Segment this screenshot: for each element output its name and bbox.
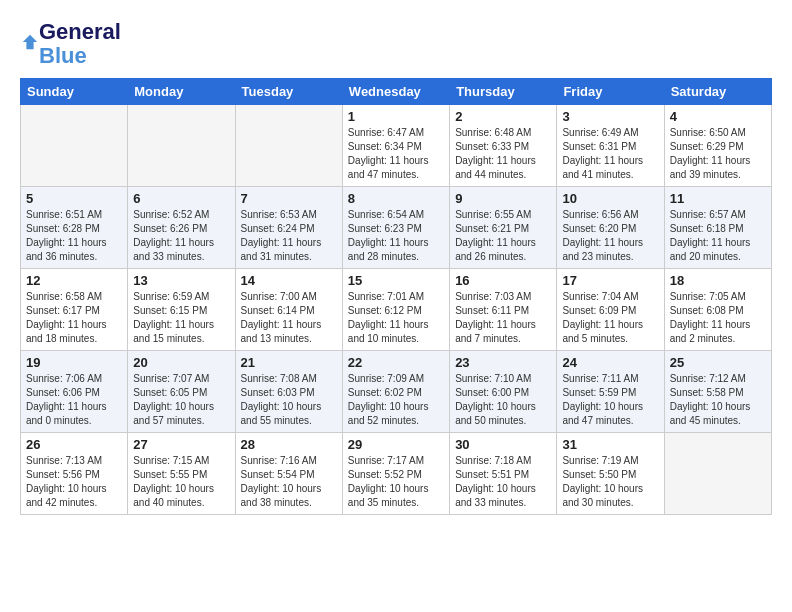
cell-week4-day0: 26Sunrise: 7:13 AMSunset: 5:56 PMDayligh… — [21, 433, 128, 515]
day-number: 1 — [348, 109, 444, 124]
day-number: 21 — [241, 355, 337, 370]
day-info: Sunrise: 7:05 AMSunset: 6:08 PMDaylight:… — [670, 290, 766, 346]
day-info: Sunrise: 6:51 AMSunset: 6:28 PMDaylight:… — [26, 208, 122, 264]
day-number: 28 — [241, 437, 337, 452]
day-number: 6 — [133, 191, 229, 206]
cell-week2-day3: 15Sunrise: 7:01 AMSunset: 6:12 PMDayligh… — [342, 269, 449, 351]
day-number: 14 — [241, 273, 337, 288]
day-number: 23 — [455, 355, 551, 370]
cell-week4-day1: 27Sunrise: 7:15 AMSunset: 5:55 PMDayligh… — [128, 433, 235, 515]
day-info: Sunrise: 6:52 AMSunset: 6:26 PMDaylight:… — [133, 208, 229, 264]
page: General Blue SundayMondayTuesdayWednesda… — [0, 0, 792, 525]
day-info: Sunrise: 6:48 AMSunset: 6:33 PMDaylight:… — [455, 126, 551, 182]
calendar-table: SundayMondayTuesdayWednesdayThursdayFrid… — [20, 78, 772, 515]
day-number: 8 — [348, 191, 444, 206]
cell-week4-day6 — [664, 433, 771, 515]
logo: General Blue — [20, 20, 121, 68]
cell-week1-day4: 9Sunrise: 6:55 AMSunset: 6:21 PMDaylight… — [450, 187, 557, 269]
day-info: Sunrise: 7:08 AMSunset: 6:03 PMDaylight:… — [241, 372, 337, 428]
cell-week2-day2: 14Sunrise: 7:00 AMSunset: 6:14 PMDayligh… — [235, 269, 342, 351]
day-number: 27 — [133, 437, 229, 452]
day-info: Sunrise: 6:56 AMSunset: 6:20 PMDaylight:… — [562, 208, 658, 264]
day-info: Sunrise: 7:03 AMSunset: 6:11 PMDaylight:… — [455, 290, 551, 346]
cell-week0-day3: 1Sunrise: 6:47 AMSunset: 6:34 PMDaylight… — [342, 105, 449, 187]
day-number: 5 — [26, 191, 122, 206]
col-header-sunday: Sunday — [21, 79, 128, 105]
cell-week0-day2 — [235, 105, 342, 187]
cell-week0-day1 — [128, 105, 235, 187]
day-number: 4 — [670, 109, 766, 124]
day-number: 12 — [26, 273, 122, 288]
day-info: Sunrise: 7:07 AMSunset: 6:05 PMDaylight:… — [133, 372, 229, 428]
cell-week2-day6: 18Sunrise: 7:05 AMSunset: 6:08 PMDayligh… — [664, 269, 771, 351]
cell-week3-day4: 23Sunrise: 7:10 AMSunset: 6:00 PMDayligh… — [450, 351, 557, 433]
day-info: Sunrise: 7:10 AMSunset: 6:00 PMDaylight:… — [455, 372, 551, 428]
day-number: 25 — [670, 355, 766, 370]
cell-week1-day2: 7Sunrise: 6:53 AMSunset: 6:24 PMDaylight… — [235, 187, 342, 269]
logo-icon — [21, 33, 39, 51]
cell-week4-day5: 31Sunrise: 7:19 AMSunset: 5:50 PMDayligh… — [557, 433, 664, 515]
cell-week1-day6: 11Sunrise: 6:57 AMSunset: 6:18 PMDayligh… — [664, 187, 771, 269]
day-info: Sunrise: 7:01 AMSunset: 6:12 PMDaylight:… — [348, 290, 444, 346]
cell-week0-day4: 2Sunrise: 6:48 AMSunset: 6:33 PMDaylight… — [450, 105, 557, 187]
day-info: Sunrise: 6:53 AMSunset: 6:24 PMDaylight:… — [241, 208, 337, 264]
cell-week3-day3: 22Sunrise: 7:09 AMSunset: 6:02 PMDayligh… — [342, 351, 449, 433]
cell-week0-day6: 4Sunrise: 6:50 AMSunset: 6:29 PMDaylight… — [664, 105, 771, 187]
day-number: 31 — [562, 437, 658, 452]
day-info: Sunrise: 7:16 AMSunset: 5:54 PMDaylight:… — [241, 454, 337, 510]
day-number: 2 — [455, 109, 551, 124]
day-info: Sunrise: 7:12 AMSunset: 5:58 PMDaylight:… — [670, 372, 766, 428]
day-info: Sunrise: 7:17 AMSunset: 5:52 PMDaylight:… — [348, 454, 444, 510]
col-header-friday: Friday — [557, 79, 664, 105]
day-info: Sunrise: 7:06 AMSunset: 6:06 PMDaylight:… — [26, 372, 122, 428]
cell-week1-day1: 6Sunrise: 6:52 AMSunset: 6:26 PMDaylight… — [128, 187, 235, 269]
day-number: 24 — [562, 355, 658, 370]
cell-week4-day2: 28Sunrise: 7:16 AMSunset: 5:54 PMDayligh… — [235, 433, 342, 515]
cell-week1-day3: 8Sunrise: 6:54 AMSunset: 6:23 PMDaylight… — [342, 187, 449, 269]
day-info: Sunrise: 7:04 AMSunset: 6:09 PMDaylight:… — [562, 290, 658, 346]
day-info: Sunrise: 7:11 AMSunset: 5:59 PMDaylight:… — [562, 372, 658, 428]
day-info: Sunrise: 7:18 AMSunset: 5:51 PMDaylight:… — [455, 454, 551, 510]
day-info: Sunrise: 7:15 AMSunset: 5:55 PMDaylight:… — [133, 454, 229, 510]
day-number: 30 — [455, 437, 551, 452]
col-header-thursday: Thursday — [450, 79, 557, 105]
day-info: Sunrise: 6:50 AMSunset: 6:29 PMDaylight:… — [670, 126, 766, 182]
day-info: Sunrise: 6:59 AMSunset: 6:15 PMDaylight:… — [133, 290, 229, 346]
cell-week1-day5: 10Sunrise: 6:56 AMSunset: 6:20 PMDayligh… — [557, 187, 664, 269]
cell-week3-day2: 21Sunrise: 7:08 AMSunset: 6:03 PMDayligh… — [235, 351, 342, 433]
day-info: Sunrise: 7:09 AMSunset: 6:02 PMDaylight:… — [348, 372, 444, 428]
col-header-monday: Monday — [128, 79, 235, 105]
day-info: Sunrise: 6:49 AMSunset: 6:31 PMDaylight:… — [562, 126, 658, 182]
day-info: Sunrise: 6:57 AMSunset: 6:18 PMDaylight:… — [670, 208, 766, 264]
cell-week2-day4: 16Sunrise: 7:03 AMSunset: 6:11 PMDayligh… — [450, 269, 557, 351]
cell-week3-day5: 24Sunrise: 7:11 AMSunset: 5:59 PMDayligh… — [557, 351, 664, 433]
cell-week2-day5: 17Sunrise: 7:04 AMSunset: 6:09 PMDayligh… — [557, 269, 664, 351]
day-number: 16 — [455, 273, 551, 288]
day-number: 26 — [26, 437, 122, 452]
day-number: 7 — [241, 191, 337, 206]
day-info: Sunrise: 7:19 AMSunset: 5:50 PMDaylight:… — [562, 454, 658, 510]
logo-text: General Blue — [39, 20, 121, 68]
cell-week1-day0: 5Sunrise: 6:51 AMSunset: 6:28 PMDaylight… — [21, 187, 128, 269]
day-number: 29 — [348, 437, 444, 452]
cell-week3-day1: 20Sunrise: 7:07 AMSunset: 6:05 PMDayligh… — [128, 351, 235, 433]
day-number: 3 — [562, 109, 658, 124]
day-info: Sunrise: 6:54 AMSunset: 6:23 PMDaylight:… — [348, 208, 444, 264]
col-header-tuesday: Tuesday — [235, 79, 342, 105]
day-info: Sunrise: 7:00 AMSunset: 6:14 PMDaylight:… — [241, 290, 337, 346]
cell-week2-day0: 12Sunrise: 6:58 AMSunset: 6:17 PMDayligh… — [21, 269, 128, 351]
day-number: 13 — [133, 273, 229, 288]
header: General Blue — [20, 20, 772, 68]
cell-week0-day5: 3Sunrise: 6:49 AMSunset: 6:31 PMDaylight… — [557, 105, 664, 187]
day-info: Sunrise: 7:13 AMSunset: 5:56 PMDaylight:… — [26, 454, 122, 510]
day-info: Sunrise: 6:47 AMSunset: 6:34 PMDaylight:… — [348, 126, 444, 182]
day-number: 20 — [133, 355, 229, 370]
col-header-wednesday: Wednesday — [342, 79, 449, 105]
day-number: 18 — [670, 273, 766, 288]
cell-week0-day0 — [21, 105, 128, 187]
cell-week2-day1: 13Sunrise: 6:59 AMSunset: 6:15 PMDayligh… — [128, 269, 235, 351]
cell-week4-day3: 29Sunrise: 7:17 AMSunset: 5:52 PMDayligh… — [342, 433, 449, 515]
cell-week3-day0: 19Sunrise: 7:06 AMSunset: 6:06 PMDayligh… — [21, 351, 128, 433]
day-number: 9 — [455, 191, 551, 206]
cell-week3-day6: 25Sunrise: 7:12 AMSunset: 5:58 PMDayligh… — [664, 351, 771, 433]
